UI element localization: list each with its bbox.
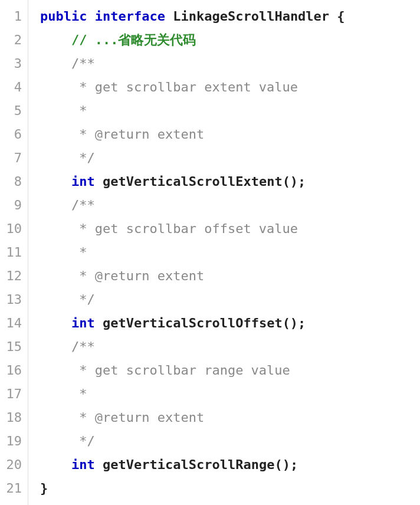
token-comment-gray: * @return extent [71,410,204,425]
line-number: 14 [4,311,22,335]
line-number: 7 [4,146,22,170]
line-number: 9 [4,194,22,217]
code-container: 123456789101112131415161718192021 public… [0,0,420,505]
token-punct: } [40,481,48,496]
token-kw: int [71,174,95,189]
indent [40,80,71,94]
code-line[interactable]: /** [40,194,420,217]
token-kw: public [40,9,87,24]
line-number: 8 [4,170,22,194]
code-area[interactable]: public interface LinkageScrollHandler { … [28,0,420,505]
token-plain [95,174,103,189]
token-kw: int [71,316,95,330]
indent [40,316,71,330]
line-number: 13 [4,288,22,311]
line-number: 21 [4,477,22,500]
indent [40,174,71,189]
token-punct: { [337,9,344,24]
indent [40,245,71,260]
code-line[interactable]: /** [40,335,420,359]
token-comment-gray: * get scrollbar extent value [71,80,298,94]
token-comment-gray: * get scrollbar offset value [71,221,298,236]
token-comment-gray: * [71,103,87,118]
token-plain [87,9,94,24]
token-plain [95,316,103,330]
line-number: 20 [4,453,22,477]
token-comment-gray: * get scrollbar range value [71,363,290,378]
token-kw: int [71,457,95,472]
code-line[interactable]: */ [40,146,420,170]
token-kw: interface [95,9,165,24]
line-number: 2 [4,28,22,52]
indent [40,268,71,283]
indent [40,32,71,47]
token-method: getVerticalScrollRange [103,457,274,472]
code-line[interactable]: // ...省略无关代码 [40,28,420,52]
code-line[interactable]: * get scrollbar offset value [40,217,420,241]
code-line[interactable]: * @return extent [40,406,420,429]
code-line[interactable]: public interface LinkageScrollHandler { [40,5,420,28]
token-comment-gray: /** [71,56,95,71]
token-punct: (); [274,457,298,472]
token-punct: (); [283,316,306,330]
indent [40,386,71,401]
token-plain [95,457,103,472]
line-number: 16 [4,359,22,382]
token-comment-gray: /** [71,339,95,354]
token-punct: (); [283,174,306,189]
token-comment-gray: */ [71,150,95,165]
indent [40,150,71,165]
token-method: getVerticalScrollExtent [103,174,283,189]
line-number: 18 [4,406,22,429]
code-line[interactable]: */ [40,429,420,453]
line-number: 10 [4,217,22,241]
code-line[interactable]: * [40,241,420,264]
indent [40,198,71,212]
code-line[interactable]: int getVerticalScrollExtent(); [40,170,420,194]
indent [40,410,71,425]
token-comment-gray: * @return extent [71,127,204,142]
code-line[interactable]: * [40,382,420,406]
line-number: 12 [4,264,22,288]
line-number: 11 [4,241,22,264]
indent [40,434,71,448]
token-comment-gray: * [71,386,87,401]
code-line[interactable]: * @return extent [40,123,420,146]
line-number: 19 [4,429,22,453]
line-number-gutter: 123456789101112131415161718192021 [0,0,28,505]
code-line[interactable]: * @return extent [40,264,420,288]
code-line[interactable]: * get scrollbar range value [40,359,420,382]
line-number: 6 [4,123,22,146]
code-line[interactable]: } [40,477,420,500]
token-plain: LinkageScrollHandler [165,9,337,24]
line-number: 4 [4,76,22,99]
code-line[interactable]: * get scrollbar extent value [40,76,420,99]
line-number: 15 [4,335,22,359]
line-number: 1 [4,5,22,28]
code-line[interactable]: int getVerticalScrollOffset(); [40,311,420,335]
token-comment-gray: */ [71,434,95,448]
indent [40,363,71,378]
token-comment-gray: */ [71,292,95,307]
indent [40,292,71,307]
code-line[interactable]: */ [40,288,420,311]
indent [40,457,71,472]
indent [40,56,71,71]
line-number: 3 [4,52,22,76]
token-comment-green: // ...省略无关代码 [71,32,196,47]
code-line[interactable]: /** [40,52,420,76]
line-number: 5 [4,99,22,123]
indent [40,103,71,118]
line-number: 17 [4,382,22,406]
token-comment-gray: * @return extent [71,268,204,283]
indent [40,221,71,236]
code-line[interactable]: int getVerticalScrollRange(); [40,453,420,477]
token-method: getVerticalScrollOffset [103,316,283,330]
token-comment-gray: * [71,245,87,260]
code-line[interactable]: * [40,99,420,123]
indent [40,339,71,354]
token-comment-gray: /** [71,198,95,212]
indent [40,127,71,142]
